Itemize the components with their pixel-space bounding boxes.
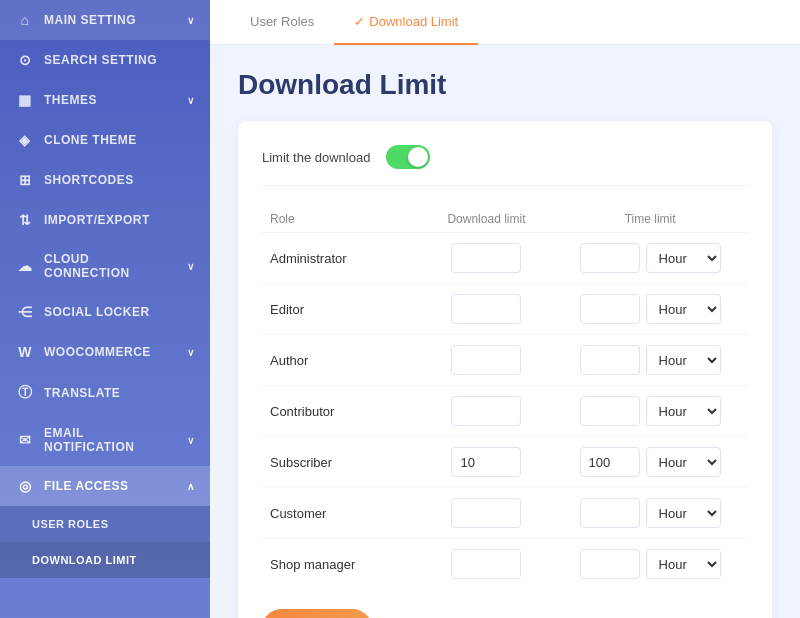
time-unit-select-3[interactable]: HourDayWeekMonth [646,396,721,426]
role-name-3: Contributor [262,386,421,437]
download-limit-cell-2 [421,335,553,386]
time-value-input-2[interactable] [580,345,640,375]
sidebar-item-cloud-connection[interactable]: ☁ CLOUD CONNECTION ∨ [0,240,210,292]
limit-download-toggle[interactable] [386,145,430,169]
sidebar-label-search-setting: SEARCH SETTING [44,53,157,67]
social-locker-icon: ⋲ [16,304,34,320]
main-setting-chevron-icon: ∨ [187,15,195,26]
sidebar-label-cloud-connection: CLOUD CONNECTION [44,252,177,280]
sidebar-label-file-access: FILE ACCESS [44,479,128,493]
time-value-input-6[interactable] [580,549,640,579]
sidebar-item-import-export[interactable]: ⇅ IMPORT/EXPORT [0,200,210,240]
woocommerce-chevron-icon: ∨ [187,347,195,358]
themes-icon: ▦ [16,92,34,108]
time-value-input-3[interactable] [580,396,640,426]
cloud-connection-icon: ☁ [16,258,34,274]
download-limit-input-0[interactable] [451,243,521,273]
sidebar-label-woocommerce: WOOCOMMERCE [44,345,151,359]
download-limit-cell-6 [421,539,553,590]
sidebar-label-translate: TRANSLATE [44,386,120,400]
tab-download-limit[interactable]: ✓Download Limit [334,0,478,45]
download-limit-input-3[interactable] [451,396,521,426]
file-access-icon: ◎ [16,478,34,494]
download-limit-input-6[interactable] [451,549,521,579]
time-value-input-1[interactable] [580,294,640,324]
tab-bar: User Roles✓Download Limit [210,0,800,45]
role-name-1: Editor [262,284,421,335]
time-limit-cell-0: HourDayWeekMonth [552,233,748,284]
download-limit-input-1[interactable] [451,294,521,324]
sidebar-item-email-notification[interactable]: ✉ EMAIL NOTIFICATION ∨ [0,414,210,466]
sidebar-label-main-setting: MAIN SETTING [44,13,136,27]
sidebar-item-translate[interactable]: Ⓣ TRANSLATE [0,372,210,414]
download-limit-input-5[interactable] [451,498,521,528]
time-limit-cell-6: HourDayWeekMonth [552,539,748,590]
time-unit-select-4[interactable]: HourDayWeekMonth [646,447,721,477]
download-limit-input-2[interactable] [451,345,521,375]
sidebar-subitem-download-limit[interactable]: DOWNLOAD LIMIT [0,542,210,578]
table-row: Shop managerHourDayWeekMonth [262,539,748,590]
sidebar-label-themes: THEMES [44,93,97,107]
role-name-0: Administrator [262,233,421,284]
toggle-row: Limit the download [262,145,748,186]
time-unit-select-6[interactable]: HourDayWeekMonth [646,549,721,579]
file-access-chevron-icon: ∧ [187,481,195,492]
email-notification-chevron-icon: ∨ [187,435,195,446]
sidebar-item-shortcodes[interactable]: ⊞ SHORTCODES [0,160,210,200]
sidebar-subitem-user-roles[interactable]: USER ROLES [0,506,210,542]
tab-user-roles[interactable]: User Roles [230,0,334,45]
download-limit-cell-1 [421,284,553,335]
time-value-input-5[interactable] [580,498,640,528]
time-unit-select-0[interactable]: HourDayWeekMonth [646,243,721,273]
time-unit-select-2[interactable]: HourDayWeekMonth [646,345,721,375]
time-unit-select-1[interactable]: HourDayWeekMonth [646,294,721,324]
download-limit-cell-4 [421,437,553,488]
woocommerce-icon: W [16,344,34,360]
time-value-input-0[interactable] [580,243,640,273]
sidebar-item-themes[interactable]: ▦ THEMES ∨ [0,80,210,120]
table-row: AdministratorHourDayWeekMonth [262,233,748,284]
sidebar-sublabel-download-limit: DOWNLOAD LIMIT [32,554,137,566]
download-limit-cell-0 [421,233,553,284]
settings-card: Limit the download Role Download limit T… [238,121,772,618]
toggle-label: Limit the download [262,150,370,165]
sidebar: ⌂ MAIN SETTING ∨ ⊙ SEARCH SETTING ▦ THEM… [0,0,210,618]
sidebar-item-clone-theme[interactable]: ◈ CLONE THEME [0,120,210,160]
sidebar-item-social-locker[interactable]: ⋲ SOCIAL LOCKER [0,292,210,332]
role-name-2: Author [262,335,421,386]
search-setting-icon: ⊙ [16,52,34,68]
sidebar-item-file-access[interactable]: ◎ FILE ACCESS ∧ [0,466,210,506]
download-limit-cell-3 [421,386,553,437]
email-notification-icon: ✉ [16,432,34,448]
time-limit-cell-5: HourDayWeekMonth [552,488,748,539]
tab-check-icon: ✓ [354,14,365,29]
page-content: Download Limit Limit the download Role D… [210,45,800,618]
time-limit-cell-4: HourDayWeekMonth [552,437,748,488]
sidebar-item-search-setting[interactable]: ⊙ SEARCH SETTING [0,40,210,80]
col-header-download-limit: Download limit [421,206,553,233]
table-row: EditorHourDayWeekMonth [262,284,748,335]
themes-chevron-icon: ∨ [187,95,195,106]
download-limit-input-4[interactable] [451,447,521,477]
time-limit-cell-3: HourDayWeekMonth [552,386,748,437]
sidebar-item-woocommerce[interactable]: W WOOCOMMERCE ∨ [0,332,210,372]
import-export-icon: ⇅ [16,212,34,228]
clone-theme-icon: ◈ [16,132,34,148]
role-name-4: Subscriber [262,437,421,488]
time-limit-cell-2: HourDayWeekMonth [552,335,748,386]
table-row: ContributorHourDayWeekMonth [262,386,748,437]
sidebar-sublabel-user-roles: USER ROLES [32,518,109,530]
time-limit-cell-1: HourDayWeekMonth [552,284,748,335]
main-setting-icon: ⌂ [16,12,34,28]
page-title: Download Limit [238,69,772,101]
time-value-input-4[interactable] [580,447,640,477]
role-name-6: Shop manager [262,539,421,590]
download-limit-cell-5 [421,488,553,539]
sidebar-label-shortcodes: SHORTCODES [44,173,134,187]
sidebar-label-import-export: IMPORT/EXPORT [44,213,150,227]
save-button[interactable]: SAVE [262,609,372,618]
main-content: User Roles✓Download Limit Download Limit… [210,0,800,618]
sidebar-item-main-setting[interactable]: ⌂ MAIN SETTING ∨ [0,0,210,40]
col-header-role: Role [262,206,421,233]
time-unit-select-5[interactable]: HourDayWeekMonth [646,498,721,528]
